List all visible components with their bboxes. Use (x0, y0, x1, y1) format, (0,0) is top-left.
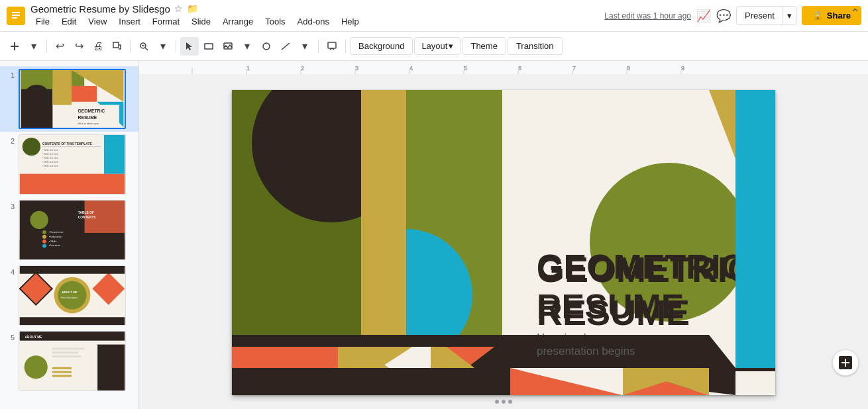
slide-item-5[interactable]: 5 ABOUT ME (0, 328, 138, 394)
slide-thumb-1: GEOMETRIC RESUME Here is where your (19, 69, 126, 129)
svg-text:GEOMETRIC: GEOMETRIC (78, 109, 105, 113)
star-icon[interactable]: ☆ (174, 3, 183, 14)
text-box-tool[interactable] (199, 37, 218, 56)
page-dot-3 (508, 400, 512, 404)
last-edit-label[interactable]: Last edit was 1 hour ago (604, 11, 691, 21)
slide-item-4[interactable]: 4 ABOUT ME Short description (0, 263, 138, 328)
main-area: 1 GEOMETRIC RESUME Here is where (0, 61, 868, 409)
slide-thumb-5: ABOUT ME (19, 331, 126, 391)
menu-tools[interactable]: Tools (260, 15, 290, 28)
ruler: 1 2 3 4 5 6 7 8 9 (139, 61, 868, 74)
svg-line-8 (145, 48, 148, 50)
layout-chevron-icon: ▾ (449, 41, 453, 51)
svg-rect-71 (52, 371, 72, 373)
svg-point-40 (30, 211, 48, 229)
svg-point-13 (263, 43, 270, 50)
cursor-tool[interactable] (180, 37, 199, 56)
sep-5 (345, 40, 346, 53)
undo-button[interactable]: ↩ (50, 37, 69, 56)
lock-icon: 🔒 (812, 11, 823, 21)
menu-arrange[interactable]: Arrange (217, 15, 258, 28)
menu-help[interactable]: Help (336, 15, 364, 28)
sep-1 (46, 40, 47, 53)
menu-slide[interactable]: Slide (186, 15, 216, 28)
svg-text:6: 6 (518, 65, 521, 71)
print-button[interactable]: 🖨 (89, 37, 107, 56)
slide-thumb-3: TABLE OF CONTENTS • Experience • Educati… (19, 200, 126, 260)
toolbar-zoom: ▾ (135, 37, 179, 56)
shape-tool[interactable] (257, 37, 276, 56)
svg-text:CONTENTS: CONTENTS (78, 216, 97, 219)
doc-title[interactable]: Geometric Resume by Slidesgo (30, 3, 170, 15)
zoom-button[interactable] (135, 37, 153, 56)
svg-rect-68 (52, 351, 78, 353)
svg-text:CONTENTS OF THIS TEMPLATE: CONTENTS OF THIS TEMPLATE (42, 142, 92, 146)
slide-item-2[interactable]: 2 CONTENTS OF THIS TEMPLATE • Slide text… (0, 132, 138, 197)
menu-edit[interactable]: Edit (56, 15, 81, 28)
image-tool[interactable] (219, 37, 237, 56)
image-chevron[interactable]: ▾ (238, 37, 256, 56)
redo-button[interactable]: ↪ (70, 37, 88, 56)
svg-text:TABLE OF: TABLE OF (78, 211, 94, 214)
svg-rect-20 (52, 70, 72, 105)
background-button[interactable]: Background (350, 37, 413, 55)
present-chevron-icon[interactable]: ▾ (783, 7, 796, 24)
main-slide[interactable]: GEOMETRIC RESUME Here is where your pres… (232, 90, 775, 395)
svg-rect-69 (52, 355, 81, 357)
toolbar-tools: ▾ ▾ (180, 37, 314, 56)
svg-rect-30 (20, 174, 125, 194)
sep-3 (176, 40, 176, 53)
layout-button[interactable]: Layout ▾ (414, 37, 461, 55)
svg-rect-6 (113, 42, 119, 48)
svg-point-60 (58, 281, 86, 309)
line-tool[interactable] (276, 37, 295, 56)
svg-text:3: 3 (355, 65, 358, 71)
menu-addons[interactable]: Add-ons (292, 15, 335, 28)
svg-rect-156 (735, 90, 775, 368)
svg-rect-72 (52, 375, 72, 377)
zoom-chevron[interactable]: ▾ (154, 37, 172, 56)
comment-icon[interactable]: 💬 (716, 9, 731, 23)
collapse-button[interactable]: ⌃ (847, 5, 863, 21)
svg-rect-154 (232, 335, 775, 347)
layout-label: Layout (421, 41, 447, 51)
theme-button[interactable]: Theme (462, 37, 506, 55)
trending-icon[interactable]: 📈 (696, 9, 711, 23)
svg-text:RESUME: RESUME (537, 287, 684, 326)
slide-container: GEOMETRIC RESUME Here is where your pres… (232, 90, 775, 395)
canvas-area[interactable]: 1 2 3 4 5 6 7 8 9 (139, 61, 868, 409)
menu-bar: File Edit View Insert Format Slide Arran… (30, 15, 599, 28)
svg-text:• Slide text here: • Slide text here (42, 161, 58, 163)
paint-format-button[interactable] (108, 37, 127, 56)
menu-insert[interactable]: Insert (113, 15, 146, 28)
add-button[interactable] (5, 37, 24, 56)
svg-point-29 (23, 138, 40, 156)
transition-button[interactable]: Transition (508, 37, 563, 55)
svg-rect-73 (97, 345, 125, 390)
svg-rect-131 (361, 90, 406, 341)
slide-item-1[interactable]: 1 GEOMETRIC RESUME Here is where (0, 66, 138, 132)
svg-rect-67 (52, 347, 85, 349)
comment-tool[interactable] (323, 37, 341, 56)
add-slide-button[interactable] (832, 349, 859, 376)
add-chevron[interactable]: ▾ (25, 37, 43, 56)
svg-rect-52 (42, 244, 46, 248)
slide-item-3[interactable]: 3 TABLE OF CONTENTS • Experience • Educa… (0, 197, 138, 263)
present-button[interactable]: Present ▾ (736, 6, 796, 25)
svg-text:2: 2 (301, 65, 304, 71)
svg-text:Here is where your: Here is where your (78, 122, 100, 125)
line-chevron[interactable]: ▾ (296, 37, 314, 56)
svg-rect-21 (72, 86, 97, 102)
svg-text:• Interests: • Interests (49, 244, 60, 247)
svg-text:ABOUT ME: ABOUT ME (62, 291, 77, 294)
svg-text:RESUME: RESUME (78, 115, 97, 120)
menu-view[interactable]: View (83, 15, 112, 28)
toolbar: ▾ ↩ ↪ 🖨 ▾ ▾ ▾ (0, 32, 868, 61)
header: Geometric Resume by Slidesgo ☆ 📁 File Ed… (0, 0, 868, 32)
folder-icon[interactable]: 📁 (187, 3, 198, 14)
menu-file[interactable]: File (30, 15, 55, 28)
svg-text:4: 4 (409, 65, 413, 71)
sep-2 (130, 40, 131, 53)
svg-rect-70 (52, 367, 72, 369)
menu-format[interactable]: Format (147, 15, 185, 28)
